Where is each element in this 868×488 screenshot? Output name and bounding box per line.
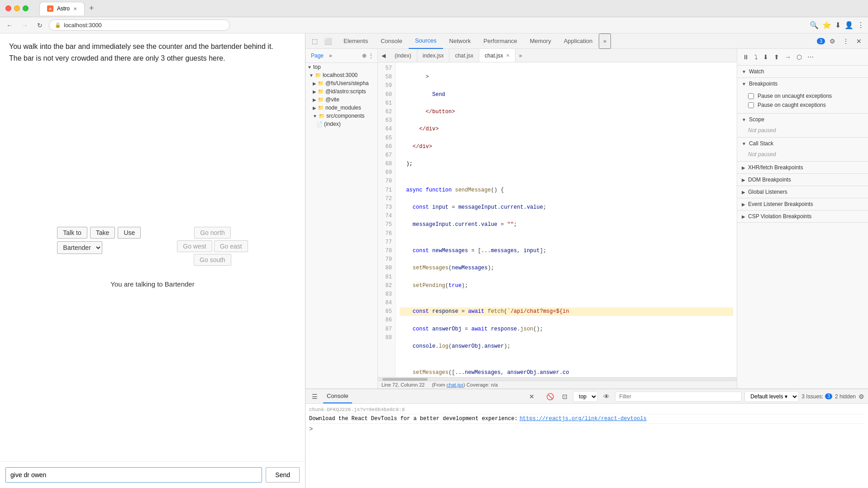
address-bar[interactable]: 🔒 localhost:3000: [49, 19, 230, 31]
game-input[interactable]: [5, 467, 262, 483]
watch-section-header[interactable]: ▼ Watch: [737, 66, 868, 77]
go-west-button[interactable]: Go west: [177, 240, 212, 252]
step-into-button[interactable]: ⬇: [761, 52, 770, 62]
react-devtools-link[interactable]: https://reactjs.org/link/react-devtools: [520, 416, 647, 422]
pause-button[interactable]: ⏸: [741, 52, 751, 62]
console-clear-button[interactable]: 🚫: [544, 391, 557, 402]
pause-uncaught-checkbox[interactable]: [748, 93, 754, 99]
editor-tab-index[interactable]: (index): [389, 49, 417, 62]
browser-tab[interactable]: A Astro ✕: [39, 2, 85, 15]
editor-tab-chat-jsx-1[interactable]: chat.jsx: [449, 49, 479, 62]
tab-elements[interactable]: Elements: [337, 33, 374, 49]
tree-label-localhost: localhost:3000: [323, 72, 358, 78]
xhr-label: XHR/fetch Breakpoints: [748, 164, 803, 171]
console-tab[interactable]: Console: [323, 389, 352, 403]
source-file-link[interactable]: chat.jsx: [447, 382, 463, 388]
console-sidebar-btn[interactable]: ☰: [309, 391, 320, 402]
go-north-button[interactable]: Go north: [194, 227, 230, 239]
console-level-select[interactable]: Default levels ▾: [744, 391, 799, 402]
scrollbar-thumb[interactable]: [382, 378, 428, 381]
editor-tab-index-jsx[interactable]: index.jsx: [417, 49, 450, 62]
bookmark-button[interactable]: ⭐: [822, 21, 831, 29]
inspect-element-button[interactable]: ⬚: [309, 36, 320, 47]
search-button[interactable]: 🔍: [810, 21, 819, 29]
minimize-window-button[interactable]: [14, 5, 20, 11]
go-east-button[interactable]: Go east: [214, 240, 248, 252]
forward-button[interactable]: →: [19, 20, 31, 31]
code-content[interactable]: > Send </button> </div> </div> ); async …: [396, 62, 737, 377]
event-section-header[interactable]: ▶ Event Listener Breakpoints: [737, 198, 868, 210]
game-text-line2: The bar is not very crowded and there ar…: [9, 54, 225, 62]
editor-tab-close-button[interactable]: ✕: [506, 53, 510, 58]
step-over-button[interactable]: ⤵: [753, 52, 759, 62]
pause-caught-checkbox[interactable]: [748, 102, 754, 108]
more-debug-options-button[interactable]: ⋯: [806, 52, 816, 62]
xhr-section-header[interactable]: ▶ XHR/fetch Breakpoints: [737, 162, 868, 173]
tab-network[interactable]: Network: [443, 33, 477, 49]
csp-section-header[interactable]: ▶ CSP Violation Breakpoints: [737, 211, 868, 222]
editor-tab-chat-jsx-active[interactable]: chat.jsx ✕: [479, 49, 515, 62]
reload-button[interactable]: ↻: [34, 20, 45, 31]
global-section-header[interactable]: ▶ Global Listeners: [737, 186, 868, 198]
new-tab-button[interactable]: +: [86, 4, 98, 13]
tab-console[interactable]: Console: [374, 33, 409, 49]
console-filter-input[interactable]: [615, 392, 742, 402]
tab-performance[interactable]: Performance: [477, 33, 523, 49]
context-select[interactable]: top: [573, 391, 598, 402]
console-preserve-log[interactable]: ⊡: [559, 391, 570, 402]
code-editor-container: ◀ (index) index.jsx chat.jsx chat.jsx ✕: [378, 49, 737, 388]
tree-item-astro[interactable]: ▶ 📁 @id/astro:scripts: [305, 87, 377, 96]
call-stack-section-header[interactable]: ▼ Call Stack: [737, 138, 868, 149]
file-tree-options-button[interactable]: ⋮: [368, 53, 374, 59]
send-button[interactable]: Send: [266, 467, 300, 483]
scope-content: Not paused: [737, 125, 868, 137]
file-tree-more[interactable]: »: [329, 53, 332, 59]
console-settings-button[interactable]: ⚙: [858, 393, 864, 400]
console-close-button[interactable]: ✕: [526, 391, 537, 402]
tree-item-localhost[interactable]: ▼ 📁 localhost:3000: [305, 71, 377, 79]
deactivate-breakpoints-button[interactable]: ⬡: [795, 52, 804, 62]
step-out-button[interactable]: ⬆: [772, 52, 781, 62]
tree-item-top[interactable]: ▼ top: [305, 63, 377, 71]
tree-item-fs[interactable]: ▶ 📁 @fs/Users/stepha: [305, 79, 377, 87]
use-button[interactable]: Use: [118, 227, 141, 239]
go-south-button[interactable]: Go south: [194, 254, 231, 266]
more-tabs-button[interactable]: »: [599, 33, 611, 49]
breakpoints-section-header[interactable]: ▼ Breakpoints: [737, 78, 868, 90]
target-select[interactable]: Bartender: [57, 241, 102, 254]
more-options-icon[interactable]: ⋮: [840, 36, 852, 47]
more-button[interactable]: ⋮: [857, 21, 864, 29]
security-icon: 🔒: [55, 22, 61, 28]
scope-arrow-icon: ▼: [742, 117, 746, 122]
settings-icon[interactable]: ⚙: [827, 36, 838, 47]
fullscreen-window-button[interactable]: [23, 5, 29, 11]
devtools-right-actions: 3 ⚙ ⋮ ✕: [817, 36, 864, 47]
scope-section-header[interactable]: ▼ Scope: [737, 114, 868, 125]
console-eye-button[interactable]: 👁: [601, 391, 612, 402]
page-tab[interactable]: Page: [309, 51, 325, 61]
profile-button[interactable]: 👤: [844, 21, 854, 29]
editor-tab-more[interactable]: »: [515, 51, 526, 61]
tab-close-button[interactable]: ✕: [73, 6, 77, 11]
dom-section-header[interactable]: ▶ DOM Breakpoints: [737, 174, 868, 186]
content-area: You walk into the bar and immediately se…: [0, 33, 868, 488]
downloads-button[interactable]: ⬇: [835, 21, 841, 29]
close-devtools-button[interactable]: ✕: [854, 36, 864, 47]
horizontal-scrollbar[interactable]: [378, 377, 737, 381]
talk-to-button[interactable]: Talk to: [57, 227, 87, 239]
close-window-button[interactable]: [5, 5, 11, 11]
editor-back-button[interactable]: ◀: [378, 51, 389, 61]
back-button[interactable]: ←: [4, 20, 15, 31]
tree-item-src-components[interactable]: ▼ 📁 src/components: [305, 112, 377, 120]
tree-item-node-modules[interactable]: ▶ 📁 node_modules: [305, 104, 377, 112]
tab-sources[interactable]: Sources: [409, 33, 443, 49]
new-folder-button[interactable]: ⊕: [362, 53, 367, 59]
tab-memory[interactable]: Memory: [524, 33, 558, 49]
step-button[interactable]: →: [783, 52, 793, 62]
device-toggle-button[interactable]: ⬜: [321, 36, 334, 47]
tree-item-index[interactable]: 📄 (index): [305, 120, 377, 128]
take-button[interactable]: Take: [90, 227, 115, 239]
console-repl-input[interactable]: [315, 426, 864, 432]
tab-application[interactable]: Application: [558, 33, 599, 49]
tree-item-vite[interactable]: ▶ 📁 @vite: [305, 96, 377, 104]
